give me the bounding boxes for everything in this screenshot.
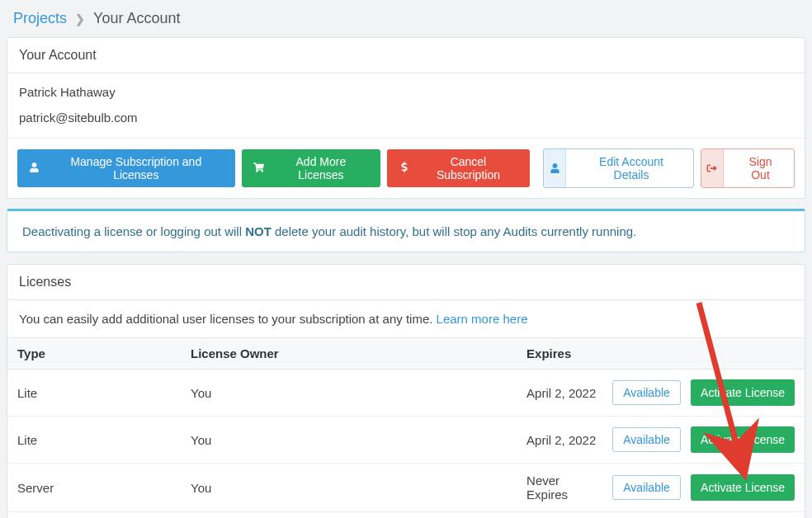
button-label: Manage Subscription and Licenses bbox=[49, 155, 224, 181]
cell-owner: You bbox=[181, 370, 517, 417]
licenses-table: Type License Owner Expires LiteYouApril … bbox=[7, 337, 805, 518]
cell-action: Activate License bbox=[686, 370, 805, 417]
breadcrumb-projects-link[interactable]: Projects bbox=[13, 10, 67, 27]
account-actions-row: Manage Subscription and Licenses Add Mor… bbox=[7, 138, 805, 198]
th-type: Type bbox=[7, 338, 181, 370]
cell-status: Available bbox=[607, 370, 686, 417]
licenses-intro-text: You can easily add additional user licen… bbox=[19, 312, 437, 326]
cell-type: Lite bbox=[7, 417, 181, 464]
cart-icon bbox=[253, 162, 265, 175]
cell-type: Lite bbox=[7, 370, 181, 417]
alert-text-bold: NOT bbox=[245, 224, 271, 238]
breadcrumb-current: Your Account bbox=[93, 10, 180, 27]
th-status bbox=[607, 338, 686, 370]
cell-expires: Never Expires bbox=[517, 512, 607, 519]
add-more-licenses-button[interactable]: Add More Licenses bbox=[242, 149, 380, 187]
activate-license-button[interactable]: Activate License bbox=[691, 426, 795, 453]
cell-action: Activate License bbox=[686, 464, 805, 512]
user-icon bbox=[544, 149, 566, 187]
table-row: LiteYouApril 2, 2022AvailableActivate Li… bbox=[7, 370, 805, 417]
breadcrumb: Projects ❯ Your Account bbox=[7, 7, 805, 37]
cell-status: Available bbox=[607, 512, 686, 519]
cell-expires: Never Expires bbox=[517, 464, 607, 512]
cell-status: Available bbox=[607, 417, 686, 464]
chevron-right-icon: ❯ bbox=[75, 12, 85, 26]
cell-owner: You bbox=[181, 464, 517, 512]
activate-license-button[interactable]: Activate License bbox=[691, 379, 795, 406]
th-action bbox=[686, 338, 805, 370]
manage-subscription-button[interactable]: Manage Subscription and Licenses bbox=[17, 149, 235, 187]
cell-expires: April 2, 2022 bbox=[517, 370, 607, 417]
account-panel-title: Your Account bbox=[7, 38, 805, 73]
available-badge[interactable]: Available bbox=[612, 427, 681, 452]
available-badge[interactable]: Available bbox=[612, 380, 681, 405]
edit-account-details-button[interactable]: Edit Account Details bbox=[543, 148, 694, 188]
button-label: Sign Out bbox=[739, 155, 782, 181]
dollar-icon bbox=[399, 162, 410, 175]
button-label: Edit Account Details bbox=[581, 155, 681, 181]
deactivation-info-alert: Deactivating a license or logging out wi… bbox=[7, 209, 805, 252]
sign-out-button[interactable]: Sign Out bbox=[701, 148, 795, 188]
button-label: Add More Licenses bbox=[273, 155, 370, 181]
account-email: patrick@sitebulb.com bbox=[19, 111, 793, 125]
user-icon bbox=[29, 162, 40, 175]
available-badge[interactable]: Available bbox=[612, 475, 681, 500]
activate-license-button[interactable]: Activate License bbox=[691, 474, 795, 501]
table-row: ServerYouNever ExpiresAvailableActivate … bbox=[7, 464, 805, 512]
cell-type: Pro bbox=[7, 512, 181, 519]
sign-out-icon bbox=[701, 149, 724, 187]
cancel-subscription-button[interactable]: Cancel Subscription bbox=[387, 149, 530, 187]
th-expires: Expires bbox=[517, 338, 607, 370]
account-name: Patrick Hathaway bbox=[19, 85, 793, 99]
cell-status: Available bbox=[607, 464, 686, 512]
cell-type: Server bbox=[7, 464, 181, 512]
learn-more-link[interactable]: Learn more here bbox=[437, 312, 528, 326]
cell-owner: You bbox=[181, 417, 517, 464]
cell-owner: You bbox=[181, 512, 517, 519]
cell-action: Activate License bbox=[686, 512, 805, 519]
alert-text-post: delete your audit history, but will stop… bbox=[271, 224, 636, 238]
account-panel: Your Account Patrick Hathaway patrick@si… bbox=[7, 37, 805, 199]
table-row: LiteYouApril 2, 2022AvailableActivate Li… bbox=[7, 417, 805, 464]
th-owner: License Owner bbox=[181, 338, 517, 370]
licenses-panel: Licenses You can easily add additional u… bbox=[7, 264, 805, 518]
cell-expires: April 2, 2022 bbox=[517, 417, 607, 464]
cell-action: Activate License bbox=[686, 417, 805, 464]
alert-text-pre: Deactivating a license or logging out wi… bbox=[22, 224, 245, 238]
licenses-panel-title: Licenses bbox=[7, 265, 805, 300]
table-row: ProYouNever ExpiresAvailableActivate Lic… bbox=[7, 512, 805, 519]
button-label: Cancel Subscription bbox=[418, 155, 518, 181]
